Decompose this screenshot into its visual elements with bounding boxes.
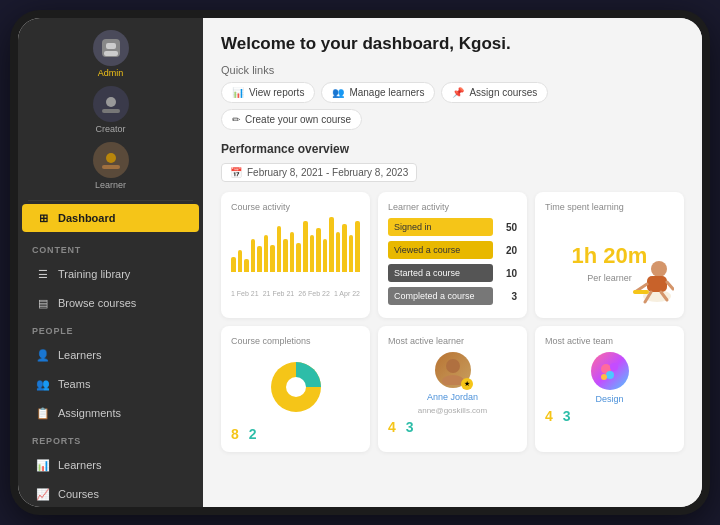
bottom-cards-grid: Course completions 8 2 bbox=[221, 326, 684, 452]
svg-point-17 bbox=[446, 359, 460, 373]
manage-learners-label: Manage learners bbox=[349, 87, 424, 98]
nav-item-learners-people[interactable]: 👤 Learners bbox=[22, 341, 199, 369]
device-frame: Admin Creator Learner ⊞ bbox=[10, 10, 710, 515]
learner-num1: 4 bbox=[388, 419, 396, 435]
learner-num2: 3 bbox=[406, 419, 414, 435]
chart-label-4: 1 Apr 22 bbox=[334, 290, 360, 297]
learner-avatar bbox=[93, 142, 129, 178]
course-activity-card: Course activity 1 Feb 21 21 Feb 21 26 Fe… bbox=[221, 192, 370, 318]
welcome-title: Welcome to your dashboard, Kgosi. bbox=[221, 34, 684, 54]
nav-item-browse-courses[interactable]: ▤ Browse courses bbox=[22, 289, 199, 317]
svg-rect-1 bbox=[106, 43, 116, 49]
nav-item-assignments[interactable]: 📋 Assignments bbox=[22, 399, 199, 427]
courses-reports-icon: 📈 bbox=[36, 487, 50, 501]
most-active-learner-title: Most active learner bbox=[388, 336, 517, 346]
nav-item-dashboard[interactable]: ⊞ Dashboard bbox=[22, 204, 199, 232]
nav-item-courses-reports[interactable]: 📈 Courses bbox=[22, 480, 199, 507]
assignments-label: Assignments bbox=[58, 407, 121, 419]
admin-label: Admin bbox=[98, 68, 124, 78]
completed-bar: Completed a course bbox=[388, 287, 493, 305]
team-numbers: 4 3 bbox=[545, 408, 674, 424]
svg-line-11 bbox=[667, 282, 673, 289]
completed-count: 3 bbox=[499, 291, 517, 302]
learners-people-icon: 👤 bbox=[36, 348, 50, 362]
nav-item-learners-reports[interactable]: 📊 Learners bbox=[22, 451, 199, 479]
chart-bar bbox=[349, 235, 354, 272]
most-active-team-card: Most active team Design bbox=[535, 326, 684, 452]
chart-x-labels: 1 Feb 21 21 Feb 21 26 Feb 22 1 Apr 22 bbox=[231, 290, 360, 297]
chart-bar bbox=[329, 217, 334, 272]
svg-point-21 bbox=[606, 371, 614, 379]
learner-numbers: 4 3 bbox=[388, 419, 517, 435]
quick-link-create-course[interactable]: ✏ Create your own course bbox=[221, 109, 362, 130]
svg-point-8 bbox=[651, 261, 667, 277]
date-range-text: February 8, 2021 - February 8, 2023 bbox=[247, 167, 408, 178]
calendar-icon: 📅 bbox=[230, 167, 242, 178]
svg-point-3 bbox=[106, 97, 116, 107]
teams-icon: 👥 bbox=[36, 377, 50, 391]
team-avatar-img bbox=[591, 352, 629, 390]
learner-email-text: anne@goskills.com bbox=[418, 406, 487, 415]
nav-item-teams[interactable]: 👥 Teams bbox=[22, 370, 199, 398]
view-reports-icon: 📊 bbox=[232, 87, 244, 98]
assign-courses-icon: 📌 bbox=[452, 87, 464, 98]
browse-courses-label: Browse courses bbox=[58, 297, 136, 309]
courses-reports-label: Courses bbox=[58, 488, 99, 500]
main-content: Welcome to your dashboard, Kgosi. Quick … bbox=[203, 18, 702, 507]
section-label-content: CONTENT bbox=[18, 237, 203, 259]
viewed-bar: Viewed a course bbox=[388, 241, 493, 259]
svg-rect-6 bbox=[102, 165, 120, 169]
svg-rect-4 bbox=[102, 109, 120, 113]
section-label-reports: REPORTS bbox=[18, 428, 203, 450]
completions-num2: 2 bbox=[249, 426, 257, 442]
chart-bar bbox=[238, 250, 243, 272]
most-active-learner-card: Most active learner ★ Anne Jordan anne@g… bbox=[378, 326, 527, 452]
admin-avatar bbox=[93, 30, 129, 66]
creator-avatar-wrap[interactable]: Creator bbox=[93, 86, 129, 134]
chart-bar bbox=[270, 245, 275, 273]
dashboard-label: Dashboard bbox=[58, 212, 115, 224]
started-bar: Started a course bbox=[388, 264, 493, 282]
activity-row-viewed: Viewed a course 20 bbox=[388, 241, 517, 259]
chart-bar bbox=[342, 224, 347, 272]
course-completions-title: Course completions bbox=[231, 336, 360, 346]
quick-link-manage-learners[interactable]: 👥 Manage learners bbox=[321, 82, 435, 103]
chart-bar bbox=[264, 235, 269, 272]
time-illustration bbox=[619, 254, 674, 308]
team-name-text: Design bbox=[595, 394, 623, 404]
learners-reports-icon: 📊 bbox=[36, 458, 50, 472]
course-activity-title: Course activity bbox=[231, 202, 360, 212]
signed-in-count: 50 bbox=[499, 222, 517, 233]
chart-bar bbox=[323, 239, 328, 272]
learner-avatar-wrap[interactable]: Learner bbox=[93, 142, 129, 190]
quick-link-view-reports[interactable]: 📊 View reports bbox=[221, 82, 315, 103]
learners-people-label: Learners bbox=[58, 349, 101, 361]
chart-label-2: 21 Feb 21 bbox=[263, 290, 295, 297]
quick-link-assign-courses[interactable]: 📌 Assign courses bbox=[441, 82, 548, 103]
sidebar-user-switcher: Admin Creator Learner bbox=[18, 18, 203, 198]
chart-bar bbox=[336, 232, 341, 272]
view-reports-label: View reports bbox=[249, 87, 304, 98]
create-course-label: Create your own course bbox=[245, 114, 351, 125]
completions-num1: 8 bbox=[231, 426, 239, 442]
creator-avatar bbox=[93, 86, 129, 122]
chart-bar bbox=[296, 243, 301, 272]
course-activity-chart bbox=[231, 218, 360, 288]
assign-courses-label: Assign courses bbox=[469, 87, 537, 98]
chart-bar bbox=[355, 221, 360, 272]
started-count: 10 bbox=[499, 268, 517, 279]
svg-rect-2 bbox=[104, 51, 118, 56]
nav-item-training-library[interactable]: ☰ Training library bbox=[22, 260, 199, 288]
date-range-filter[interactable]: 📅 February 8, 2021 - February 8, 2023 bbox=[221, 163, 417, 182]
perf-section-label: Performance overview bbox=[221, 142, 684, 156]
activity-row-completed: Completed a course 3 bbox=[388, 287, 517, 305]
chart-bar bbox=[310, 235, 315, 272]
activity-row-signed-in: Signed in 50 bbox=[388, 218, 517, 236]
course-completions-card: Course completions 8 2 bbox=[221, 326, 370, 452]
completions-numbers: 8 2 bbox=[231, 426, 360, 442]
admin-avatar-wrap[interactable]: Admin bbox=[93, 30, 129, 78]
create-course-icon: ✏ bbox=[232, 114, 240, 125]
signed-in-label: Signed in bbox=[394, 222, 432, 232]
most-active-team-title: Most active team bbox=[545, 336, 674, 346]
quick-links-label: Quick links bbox=[221, 64, 684, 76]
